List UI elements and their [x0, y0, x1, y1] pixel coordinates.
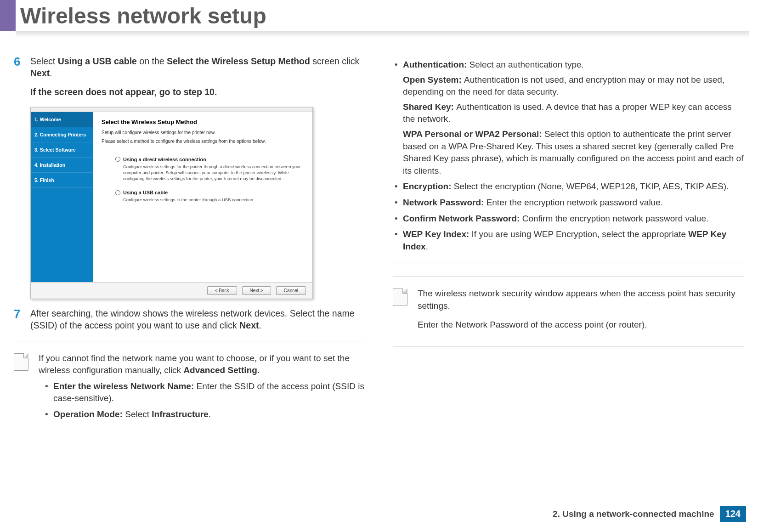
- note1-b2-b: Select: [125, 409, 152, 419]
- cnp-label: Confirm Network Password:: [403, 214, 522, 223]
- note1-text: If you cannot find the network name you …: [39, 352, 365, 424]
- bullet-authentication: Authentication: Select an authentication…: [393, 59, 744, 177]
- note1-bullets: Enter the wireless Network Name: Enter t…: [39, 380, 365, 421]
- radio-icon: [115, 157, 120, 162]
- step-number-7: 7: [14, 307, 30, 332]
- ss-opt2-title: Using a USB cable: [123, 190, 168, 195]
- embedded-screenshot: 1. Welcome 2. Connecting Printers 3. Sel…: [30, 107, 313, 299]
- step6-text-a: Select: [30, 56, 58, 66]
- ss-titlebar: [31, 108, 312, 112]
- ss-body: 1. Welcome 2. Connecting Printers 3. Sel…: [31, 112, 312, 282]
- wep-text-a: If you are using WEP Encryption, select …: [472, 229, 689, 239]
- ss-opt1-title: Using a direct wireless connection: [123, 157, 206, 162]
- step6-text-d: Select the Wireless Setup Method: [167, 56, 310, 66]
- note-box-2: The wireless network security window app…: [393, 284, 744, 337]
- ss-option-usb: Using a USB cable Configure wireless set…: [115, 190, 304, 203]
- np-text: Enter the encryption network password va…: [486, 198, 663, 207]
- divider: [393, 276, 744, 277]
- ss-sidebar: 1. Welcome 2. Connecting Printers 3. Sel…: [31, 112, 93, 282]
- auth-label: Authentication:: [403, 60, 470, 69]
- step6-text-f: Next: [30, 68, 50, 78]
- enc-text: Select the encryption (None, WEP64, WEP1…: [454, 181, 729, 191]
- left-column: 6 Select Using a USB cable on the Select…: [14, 55, 365, 431]
- header-accent-tab: [0, 0, 16, 31]
- ss-sidebar-item-2: 2. Connecting Printers: [31, 127, 93, 142]
- note2-line2: Enter the Network Password of the access…: [418, 319, 744, 331]
- ss-sidebar-item-3: 3. Select Software: [31, 142, 93, 158]
- right-bullets: Authentication: Select an authentication…: [393, 59, 744, 253]
- note1-b1-a: Enter the wireless Network Name:: [53, 381, 197, 391]
- note1-line1-b: Advanced Setting: [183, 365, 257, 375]
- ss-main: Select the Wireless Setup Method Setup w…: [93, 112, 312, 282]
- ss-option-direct: Using a direct wireless connection Confi…: [115, 157, 304, 181]
- bullet-wep-index: WEP Key Index: If you are using WEP Encr…: [393, 228, 744, 253]
- step6-text-g: .: [50, 68, 52, 78]
- ss-sidebar-item-4: 4. Installation: [31, 158, 93, 173]
- note1-line1-c: .: [257, 365, 260, 375]
- ss-next-button: Next >: [242, 286, 271, 295]
- divider: [393, 262, 744, 262]
- ss-footer: < Back Next > Cancel: [31, 282, 312, 299]
- page-header: Wireless network setup: [0, 0, 758, 41]
- step7-text-a: After searching, the window shows the wi…: [30, 308, 355, 330]
- ss-opt1-desc: Configure wireless settings for the prin…: [123, 164, 304, 181]
- divider: [393, 346, 744, 347]
- wpa-para: WPA Personal or WPA2 Personal: Select th…: [403, 128, 744, 177]
- ss-opt2-title-row: Using a USB cable: [115, 190, 304, 195]
- right-column: Authentication: Select an authentication…: [393, 55, 744, 431]
- bullet-network-password: Network Password: Enter the encryption n…: [393, 197, 744, 209]
- note-icon-wrap: [393, 288, 411, 331]
- ss-cancel-button: Cancel: [276, 286, 306, 295]
- wpa-label: WPA Personal or WPA2 Personal:: [403, 129, 544, 139]
- radio-icon: [115, 190, 120, 195]
- enc-label: Encryption:: [403, 181, 454, 191]
- divider: [14, 341, 365, 341]
- note1-bullet-2: Operation Mode: Select Infrastructure.: [43, 408, 365, 421]
- step6-text-e: screen click: [310, 56, 359, 66]
- footer-chapter: 2. Using a network-connected machine: [553, 509, 714, 519]
- note1-b2-a: Operation Mode:: [53, 409, 125, 419]
- note2-text: The wireless network security window app…: [418, 288, 744, 331]
- bullet-confirm-password: Confirm Network Password: Confirm the en…: [393, 213, 744, 225]
- ss-sidebar-item-5: 5. Finish: [31, 173, 93, 188]
- page-number-badge: 124: [720, 506, 746, 522]
- bullet-encryption: Encryption: Select the encryption (None,…: [393, 181, 744, 193]
- page-footer: 2. Using a network-connected machine 124: [553, 506, 746, 522]
- header-shadow: [16, 31, 749, 38]
- step-6-body: Select Using a USB cable on the Select t…: [30, 55, 365, 98]
- ss-back-button: < Back: [207, 286, 237, 295]
- step-6: 6 Select Using a USB cable on the Select…: [14, 55, 365, 98]
- page-title: Wireless network setup: [20, 0, 758, 30]
- step6-text-c: on the: [137, 56, 167, 66]
- step-7: 7 After searching, the window shows the …: [14, 307, 365, 332]
- step-number-6: 6: [14, 55, 30, 98]
- step7-text-c: .: [259, 320, 261, 330]
- ss-sub1: Setup will configure wireless settings f…: [102, 130, 304, 135]
- wep-label: WEP Key Index:: [403, 229, 472, 239]
- ss-opt2-desc: Configure wireless settings to the print…: [123, 197, 304, 203]
- note2-line1: The wireless network security window app…: [418, 288, 744, 312]
- content-area: 6 Select Using a USB cable on the Select…: [0, 41, 758, 431]
- note-icon: [393, 289, 407, 306]
- shared-key-para: Shared Key: Authentication is used. A de…: [403, 101, 744, 125]
- step6-text-b: Using a USB cable: [58, 56, 137, 66]
- cnp-text: Confirm the encryption network password …: [522, 214, 709, 223]
- wep-text-c: .: [426, 242, 428, 251]
- ss-heading: Select the Wireless Setup Method: [102, 119, 304, 125]
- note-box-1: If you cannot find the network name you …: [14, 349, 365, 431]
- auth-text: Select an authentication type.: [470, 60, 584, 69]
- note1-bullet-1: Enter the wireless Network Name: Enter t…: [43, 380, 365, 405]
- note-icon: [14, 353, 28, 371]
- note-icon-wrap: [14, 352, 32, 424]
- note1-b2-d: .: [209, 409, 211, 419]
- open-system-para: Open System: Authentication is not used,…: [403, 74, 744, 98]
- np-label: Network Password:: [403, 198, 486, 207]
- shared-label: Shared Key:: [403, 102, 456, 112]
- step7-text-b: Next: [239, 320, 259, 330]
- step6-line2: If the screen does not appear, go to ste…: [30, 86, 365, 98]
- ss-sidebar-item-1: 1. Welcome: [31, 112, 93, 127]
- step-7-body: After searching, the window shows the wi…: [30, 307, 365, 332]
- ss-options: Using a direct wireless connection Confi…: [102, 157, 304, 203]
- ss-opt1-title-row: Using a direct wireless connection: [115, 157, 304, 162]
- open-label: Open System:: [403, 75, 464, 85]
